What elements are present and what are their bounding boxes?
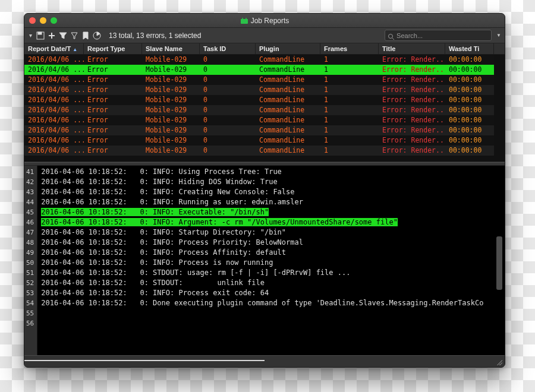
cell-frames: 1 <box>320 95 379 105</box>
titlebar: Job Reports <box>24 14 505 28</box>
cell-frames: 1 <box>320 146 379 156</box>
statusbar-divider <box>24 360 265 361</box>
cell-date: 2016/04/06 ... <box>24 65 84 75</box>
cell-date: 2016/04/06 ... <box>24 125 84 135</box>
cell-frames: 1 <box>320 65 379 75</box>
job-reports-window: Job Reports ▾ 13 total, 13 errors, 1 sel… <box>24 13 505 368</box>
cell-plugin: CommandLine <box>256 55 320 65</box>
col-slave-name[interactable]: Slave Name <box>142 43 200 54</box>
cell-date: 2016/04/06 ... <box>24 95 84 105</box>
cell-title: Error: Render... <box>379 75 445 85</box>
svg-point-4 <box>389 34 393 38</box>
search-icon <box>388 32 395 39</box>
table-row[interactable]: 2016/04/06 ...ErrorMobile-0290CommandLin… <box>24 85 505 95</box>
search-box[interactable] <box>385 30 492 41</box>
cell-slave: Mobile-029 <box>142 125 200 135</box>
cell-date: 2016/04/06 ... <box>24 105 84 115</box>
cell-title: Error: Render... <box>379 95 445 105</box>
window-title: Job Reports <box>24 17 505 25</box>
table-row[interactable]: 2016/04/06 ...ErrorMobile-0290CommandLin… <box>24 135 505 146</box>
svg-rect-2 <box>38 32 42 34</box>
col-report-type[interactable]: Report Type <box>84 43 142 54</box>
window-controls <box>29 17 57 24</box>
scrollbar-thumb[interactable] <box>496 236 502 290</box>
cell-type: Error <box>84 65 142 75</box>
report-table: Report Date/T Report Type Slave Name Tas… <box>24 43 505 162</box>
cell-plugin: CommandLine <box>256 65 320 75</box>
col-wasted-time[interactable]: Wasted Ti <box>445 43 494 54</box>
cell-slave: Mobile-029 <box>142 75 200 85</box>
search-options-icon[interactable]: ▼ <box>496 33 501 38</box>
cell-frames: 1 <box>320 115 379 125</box>
close-button[interactable] <box>29 17 36 24</box>
cell-type: Error <box>84 95 142 105</box>
cell-wasted: 00:00:00 <box>445 85 494 95</box>
cell-task: 0 <box>200 105 256 115</box>
cell-title: Error: Render... <box>379 135 445 146</box>
cell-task: 0 <box>200 135 256 146</box>
svg-rect-0 <box>241 19 248 24</box>
col-title[interactable]: Title <box>379 43 445 54</box>
cell-slave: Mobile-029 <box>142 115 200 125</box>
cell-wasted: 00:00:00 <box>445 146 494 156</box>
cell-wasted: 00:00:00 <box>445 135 494 146</box>
cell-frames: 1 <box>320 75 379 85</box>
col-task-id[interactable]: Task ID <box>200 43 256 54</box>
table-row[interactable]: 2016/04/06 ...ErrorMobile-0290CommandLin… <box>24 146 505 156</box>
cell-wasted: 00:00:00 <box>445 55 494 65</box>
maximize-button[interactable] <box>51 17 57 24</box>
cell-title: Error: Render... <box>379 146 445 156</box>
cell-date: 2016/04/06 ... <box>24 55 84 65</box>
save-icon[interactable] <box>36 31 45 40</box>
cell-slave: Mobile-029 <box>142 95 200 105</box>
cell-plugin: CommandLine <box>256 115 320 125</box>
cell-type: Error <box>84 75 142 85</box>
menu-dropdown-icon[interactable]: ▾ <box>28 32 33 39</box>
cell-plugin: CommandLine <box>256 95 320 105</box>
filter-icon[interactable] <box>58 31 68 40</box>
table-row[interactable]: 2016/04/06 ...ErrorMobile-0290CommandLin… <box>24 115 505 125</box>
cell-task: 0 <box>200 85 256 95</box>
table-row[interactable]: 2016/04/06 ...ErrorMobile-0290CommandLin… <box>24 55 505 65</box>
cell-type: Error <box>84 55 142 65</box>
col-report-date[interactable]: Report Date/T <box>24 43 84 54</box>
funnel-icon[interactable] <box>70 31 79 40</box>
cell-slave: Mobile-029 <box>142 65 200 75</box>
cell-task: 0 <box>200 115 256 125</box>
toolbar: ▾ 13 total, 13 errors, 1 selected ▼ <box>24 28 505 43</box>
minimize-button[interactable] <box>40 17 46 24</box>
table-row[interactable]: 2016/04/06 ...ErrorMobile-0290CommandLin… <box>24 125 505 135</box>
search-input[interactable] <box>396 32 489 39</box>
table-row[interactable]: 2016/04/06 ...ErrorMobile-0290CommandLin… <box>24 75 505 85</box>
bookmark-icon[interactable] <box>81 31 90 40</box>
cell-frames: 1 <box>320 55 379 65</box>
cell-date: 2016/04/06 ... <box>24 75 84 85</box>
table-header: Report Date/T Report Type Slave Name Tas… <box>24 43 505 55</box>
status-text: 13 total, 13 errors, 1 selected <box>109 31 201 40</box>
col-frames[interactable]: Frames <box>320 43 379 54</box>
cell-date: 2016/04/06 ... <box>24 85 84 95</box>
cell-slave: Mobile-029 <box>142 105 200 115</box>
cell-task: 0 <box>200 65 256 75</box>
cell-frames: 1 <box>320 125 379 135</box>
cell-date: 2016/04/06 ... <box>24 146 84 156</box>
add-icon[interactable] <box>47 31 56 40</box>
table-row[interactable]: 2016/04/06 ...ErrorMobile-0290CommandLin… <box>24 105 505 115</box>
table-row[interactable]: 2016/04/06 ...ErrorMobile-0290CommandLin… <box>24 65 505 75</box>
cell-plugin: CommandLine <box>256 135 320 146</box>
cell-title: Error: Render... <box>379 85 445 95</box>
cell-wasted: 00:00:00 <box>445 95 494 105</box>
cell-task: 0 <box>200 125 256 135</box>
cell-type: Error <box>84 135 142 146</box>
pie-icon[interactable] <box>92 31 102 40</box>
log-scrollbar[interactable] <box>495 167 503 341</box>
cell-title: Error: Render... <box>379 105 445 115</box>
cell-task: 0 <box>200 95 256 105</box>
col-plugin[interactable]: Plugin <box>256 43 320 54</box>
table-row[interactable]: 2016/04/06 ...ErrorMobile-0290CommandLin… <box>24 95 505 105</box>
log-content[interactable]: 2016-04-06 10:18:52: 0: INFO: Using Proc… <box>37 166 505 355</box>
cell-slave: Mobile-029 <box>142 135 200 146</box>
cell-title: Error: Render... <box>379 125 445 135</box>
cell-plugin: CommandLine <box>256 125 320 135</box>
cell-task: 0 <box>200 146 256 156</box>
